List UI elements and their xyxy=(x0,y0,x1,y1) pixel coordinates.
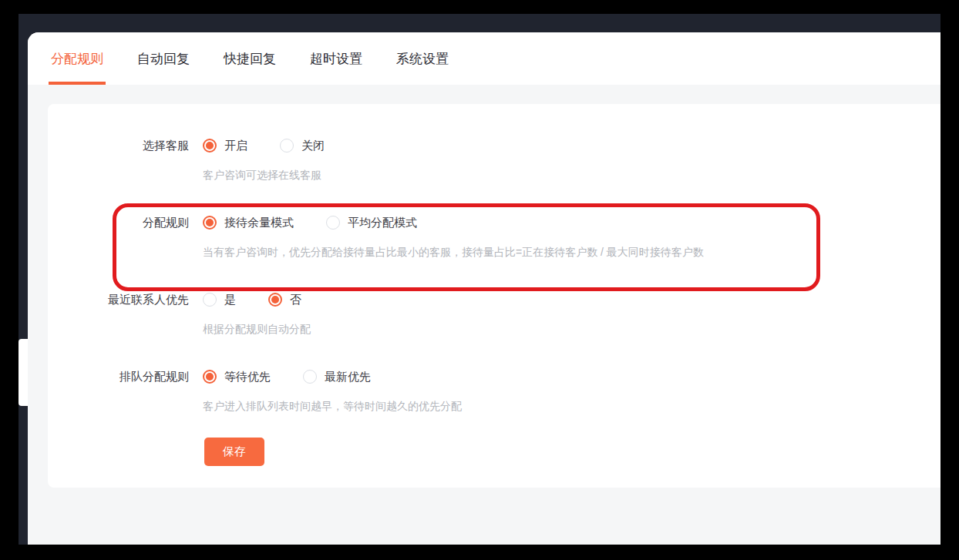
radio-option-disable[interactable]: 关闭 xyxy=(280,138,325,153)
radio-option-average-mode[interactable]: 平均分配模式 xyxy=(326,215,417,230)
tab-content-area: 选择客服 开启 关闭 客户咨询可选择在线客服 xyxy=(28,85,940,545)
distribution-rules-form: 选择客服 开启 关闭 客户咨询可选择在线客服 xyxy=(48,104,940,466)
radio-option-wait-priority[interactable]: 等待优先 xyxy=(203,369,271,384)
settings-tabbar: 分配规则 自动回复 快捷回复 超时设置 系统设置 xyxy=(28,32,940,85)
form-row-select-agent: 选择客服 开启 关闭 客户咨询可选择在线客服 xyxy=(48,138,940,183)
row-hint: 客户咨询可选择在线客服 xyxy=(203,167,357,183)
radio-unselected-icon xyxy=(303,370,317,384)
row-label: 分配规则 xyxy=(48,215,189,260)
radio-option-capacity-mode[interactable]: 接待余量模式 xyxy=(203,215,294,230)
row-hint: 当有客户咨询时，优先分配给接待量占比最小的客服，接待量占比=正在接待客户数 / … xyxy=(203,244,704,260)
radio-selected-icon xyxy=(203,216,217,230)
radio-unselected-icon xyxy=(203,293,217,307)
row-label: 最近联系人优先 xyxy=(48,292,189,337)
radio-unselected-icon xyxy=(326,216,340,230)
settings-card: 分配规则 自动回复 快捷回复 超时设置 系统设置 选择客服 开启 xyxy=(28,32,940,545)
radio-unselected-icon xyxy=(280,139,294,153)
row-hint: 根据分配规则自动分配 xyxy=(203,321,334,337)
save-button[interactable]: 保存 xyxy=(204,438,264,466)
radio-selected-icon xyxy=(203,139,217,153)
row-label: 选择客服 xyxy=(48,138,189,183)
tab-system-settings[interactable]: 系统设置 xyxy=(394,32,451,85)
form-panel: 选择客服 开启 关闭 客户咨询可选择在线客服 xyxy=(48,104,940,488)
radio-selected-icon xyxy=(268,293,282,307)
tab-quick-reply[interactable]: 快捷回复 xyxy=(221,32,278,85)
radio-option-no[interactable]: 否 xyxy=(268,292,301,307)
form-row-queue-rule: 排队分配规则 等待优先 最新优先 客户进入排队列表 xyxy=(48,369,940,414)
left-edge-notch xyxy=(19,339,28,406)
form-row-recent-contact-priority: 最近联系人优先 是 否 根据分配规则自动分配 xyxy=(48,292,940,337)
radio-option-newest-priority[interactable]: 最新优先 xyxy=(303,369,371,384)
radio-selected-icon xyxy=(203,370,217,384)
row-hint: 客户进入排队列表时间越早，等待时间越久的优先分配 xyxy=(203,398,462,414)
form-row-distribution-rule: 分配规则 接待余量模式 平均分配模式 当有客户咨询 xyxy=(48,215,940,260)
radio-option-yes[interactable]: 是 xyxy=(203,292,236,307)
tab-timeout-settings[interactable]: 超时设置 xyxy=(308,32,365,85)
radio-option-enable[interactable]: 开启 xyxy=(203,138,247,153)
tab-auto-reply[interactable]: 自动回复 xyxy=(135,32,192,85)
row-label: 排队分配规则 xyxy=(48,369,189,414)
screen: { "tabs": { "items": [ {"label": "分配规则",… xyxy=(0,0,959,560)
tab-distribution-rules[interactable]: 分配规则 xyxy=(49,32,106,85)
